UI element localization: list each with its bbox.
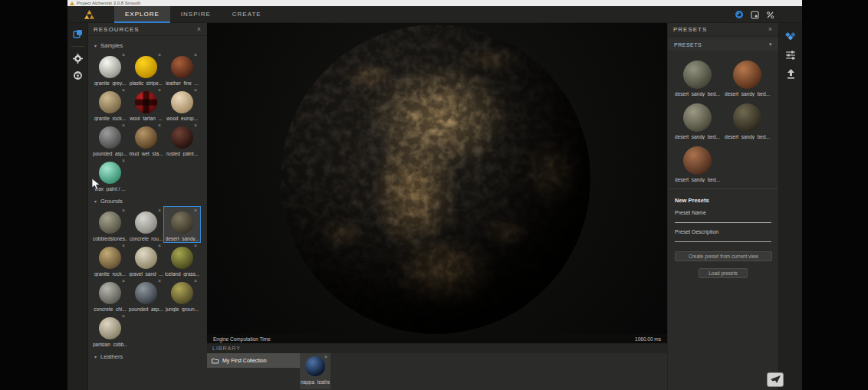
remove-icon[interactable]: × — [122, 208, 125, 213]
remove-icon[interactable]: × — [122, 313, 125, 319]
material-thumb[interactable]: desert_sandy_bed... — [672, 98, 722, 141]
material-thumb[interactable]: ×jungle_groun... — [164, 277, 200, 313]
remove-icon[interactable]: × — [158, 278, 161, 283]
material-thumb[interactable]: ×plastic_stripe... — [128, 51, 164, 87]
material-label: desert_sandy_bed... — [675, 134, 720, 139]
material-grid: ×cobbledstones...×concrete_rou...×desert… — [92, 207, 203, 348]
material-preview-sphere[interactable] — [281, 25, 590, 334]
material-thumb[interactable]: ×wax_paint / ... — [92, 157, 128, 192]
main-tabs: EXPLOREINSPIRECREATE — [114, 6, 272, 23]
material-label: pounded_asp... — [93, 151, 127, 156]
tools-icon[interactable] — [766, 11, 774, 19]
remove-icon[interactable]: × — [194, 123, 197, 128]
load-presets-button[interactable]: Load presets — [699, 268, 748, 278]
camera-icon[interactable] — [73, 70, 83, 80]
material-thumb[interactable]: desert_sandy_bed... — [672, 141, 722, 184]
material-thumb[interactable]: ×granite_grey... — [92, 51, 128, 87]
presets-title: PRESETS — [673, 26, 707, 33]
material-thumb[interactable]: ×pounded_asp... — [128, 277, 164, 313]
material-thumb[interactable]: ×concrete_chi... — [92, 277, 128, 313]
material-thumb[interactable]: ×leather_fine_... — [164, 51, 200, 87]
material-thumb[interactable]: ×wool_tartan_... — [128, 87, 164, 122]
presets-section-header[interactable]: PRESETS ▾ — [668, 38, 778, 51]
remove-icon[interactable]: × — [158, 123, 161, 128]
material-thumb[interactable]: ×rusted_paint... — [164, 122, 200, 157]
remove-icon[interactable]: × — [122, 123, 125, 128]
collection-name: My First Collection — [222, 358, 267, 363]
3d-viewport[interactable] — [207, 23, 667, 334]
camera-view-icon[interactable] — [735, 10, 744, 19]
remove-icon[interactable]: × — [194, 87, 197, 93]
material-label: concrete_rou... — [130, 236, 163, 241]
remove-icon[interactable]: × — [158, 208, 161, 213]
sliders-icon[interactable] — [785, 50, 796, 60]
material-thumb[interactable]: ×granite_rock... — [92, 242, 128, 277]
remove-icon[interactable]: × — [158, 243, 161, 248]
material-thumb[interactable]: ×iceland_grass... — [164, 242, 200, 277]
remove-icon[interactable]: × — [122, 243, 125, 248]
material-label: granite_grey... — [94, 80, 126, 86]
material-thumb[interactable]: ×gravel_sand_... — [128, 242, 164, 277]
section-title: Samples — [100, 42, 123, 49]
remove-icon[interactable]: × — [194, 278, 197, 283]
section-header-leathers[interactable]: ▾Leathers — [94, 353, 201, 360]
material-thumb[interactable]: desert_sandy_bed... — [722, 55, 772, 98]
material-thumb[interactable]: ×desert_sandy... — [164, 207, 200, 242]
preset-description-input[interactable] — [675, 234, 771, 242]
center-column: Engine Computation Time 1060.00 ms LIBRA… — [207, 23, 667, 390]
material-thumb[interactable]: ×nappa_leathe.. — [300, 353, 330, 389]
preset-name-input[interactable] — [675, 215, 771, 223]
material-label: plastic_stripe... — [130, 80, 163, 86]
material-sphere-thumb — [305, 356, 325, 376]
material-sphere-thumb — [171, 282, 193, 304]
remove-icon[interactable]: × — [194, 243, 197, 248]
new-presets-heading: New Presets — [675, 197, 771, 204]
material-thumb[interactable]: ×parisian_cobb... — [92, 313, 128, 348]
material-thumb[interactable]: ×wood_europ... — [164, 87, 200, 122]
remove-icon[interactable]: × — [194, 52, 197, 57]
remove-icon[interactable]: × — [122, 87, 125, 93]
material-thumb[interactable]: ×cobbledstones... — [92, 207, 128, 242]
gear-icon[interactable] — [73, 54, 83, 64]
remove-icon[interactable]: × — [122, 278, 125, 283]
remove-icon[interactable]: × — [158, 87, 161, 93]
section-title: Grounds — [100, 198, 123, 205]
material-thumb[interactable]: ×mud_wet_sta... — [128, 122, 164, 157]
close-icon[interactable]: × — [197, 26, 202, 33]
material-sphere-thumb — [135, 126, 157, 149]
remove-icon[interactable]: × — [324, 354, 327, 359]
close-icon[interactable]: × — [768, 26, 773, 33]
create-preset-button[interactable]: Create preset from current view — [675, 251, 772, 261]
material-label: parisian_cobb... — [93, 342, 127, 347]
material-label: wool_tartan_... — [130, 116, 163, 121]
material-thumb[interactable]: ×granite_rock... — [92, 87, 128, 122]
material-label: desert_sandy... — [166, 236, 199, 241]
material-sphere-thumb — [99, 126, 121, 149]
main-toolbar: EXPLOREINSPIRECREATE — [67, 6, 802, 23]
material-label: granite_rock... — [94, 116, 126, 121]
new-preset-form: New Presets Preset Name Preset Descripti… — [668, 188, 778, 278]
remove-icon[interactable]: × — [194, 208, 197, 213]
material-thumb[interactable]: desert_sandy_bed... — [722, 98, 772, 141]
material-thumb[interactable]: desert_sandy_bed... — [672, 55, 722, 98]
remove-icon[interactable]: × — [122, 52, 125, 57]
screenshot-icon[interactable] — [751, 11, 759, 19]
toolbar-icons — [735, 6, 774, 23]
remove-icon[interactable]: × — [158, 52, 161, 57]
section-header-grounds[interactable]: ▾Grounds — [94, 198, 201, 205]
material-thumb[interactable]: ×pounded_asp... — [92, 122, 128, 157]
material-label: granite_rock... — [94, 271, 126, 277]
send-feedback-button[interactable] — [767, 372, 784, 387]
materials-icon[interactable] — [73, 29, 83, 39]
tab-create[interactable]: CREATE — [222, 6, 272, 23]
export-icon[interactable] — [786, 69, 796, 80]
library-collection-item[interactable]: My First Collection — [207, 353, 300, 368]
tab-inspire[interactable]: INSPIRE — [170, 6, 222, 23]
remove-icon[interactable]: × — [122, 158, 125, 163]
presets-rail-icon[interactable] — [785, 30, 796, 41]
material-label: iceland_grass... — [165, 271, 199, 277]
section-header-samples[interactable]: ▾Samples — [94, 42, 201, 49]
tab-explore[interactable]: EXPLORE — [114, 6, 170, 23]
material-label: wax_paint / ... — [94, 186, 125, 192]
material-thumb[interactable]: ×concrete_rou... — [128, 207, 164, 242]
